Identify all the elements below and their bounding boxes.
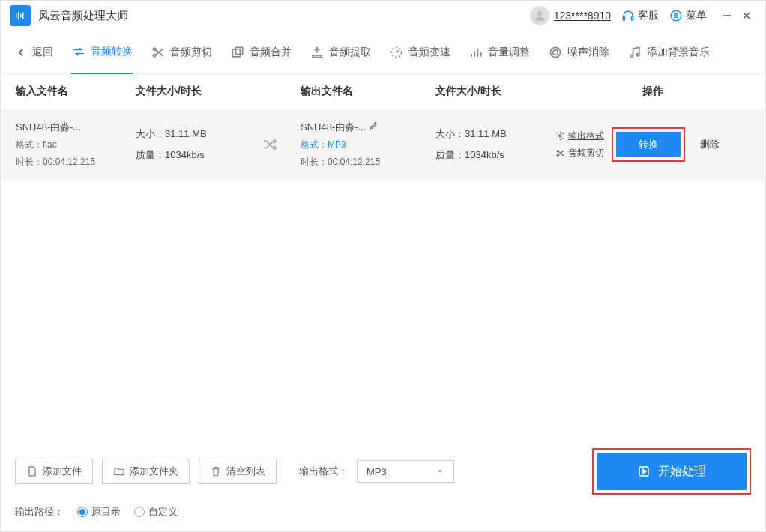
titlebar: 风云音频处理大师 123****8910 客服 菜单 xyxy=(1,1,765,31)
tab-noise[interactable]: 噪声消除 xyxy=(548,31,609,74)
tab-convert[interactable]: 音频转换 xyxy=(71,31,133,74)
start-highlight: 开始处理 xyxy=(592,448,751,495)
table-header: 输入文件名 文件大小/时长 输出文件名 文件大小/时长 操作 xyxy=(1,74,765,109)
output-format-label: 输出格式： xyxy=(299,465,348,478)
folder-add-icon xyxy=(113,465,125,477)
svg-point-15 xyxy=(153,54,155,56)
radio-dot-icon xyxy=(77,507,88,517)
file-add-icon xyxy=(26,465,38,477)
minimize-button[interactable] xyxy=(717,6,737,25)
output-format-select[interactable]: MP3 xyxy=(357,460,454,483)
menu-button[interactable]: 菜单 xyxy=(669,9,707,22)
menu-label: 菜单 xyxy=(686,9,707,22)
output-cell: SNH48-由淼-... 格式：MP3 时长：00:04:12.215 xyxy=(301,121,435,169)
header-op: 操作 xyxy=(555,85,750,98)
svg-point-27 xyxy=(559,135,561,137)
edit-icon[interactable] xyxy=(369,121,379,130)
svg-point-25 xyxy=(630,55,633,57)
header-size2: 文件大小/时长 xyxy=(435,85,555,98)
output-path-label: 输出路径： xyxy=(15,505,64,519)
svg-point-28 xyxy=(557,151,558,152)
gear-icon xyxy=(555,131,565,141)
svg-point-4 xyxy=(537,11,542,16)
svg-point-26 xyxy=(637,53,639,55)
header-input: 输入文件名 xyxy=(16,85,136,98)
tab-speed[interactable]: 音频变速 xyxy=(389,31,450,74)
header-size: 文件大小/时长 xyxy=(136,85,301,98)
svg-rect-6 xyxy=(632,17,633,21)
trash-icon xyxy=(210,465,222,477)
svg-rect-2 xyxy=(20,14,22,18)
svg-point-29 xyxy=(557,154,558,156)
app-title: 风云音频处理大师 xyxy=(38,9,128,23)
tab-extract[interactable]: 音频提取 xyxy=(310,31,371,74)
convert-highlight: 转换 xyxy=(612,127,685,162)
tab-merge[interactable]: 音频合并 xyxy=(230,31,292,74)
support-button[interactable]: 客服 xyxy=(621,9,659,22)
svg-point-23 xyxy=(553,49,558,55)
add-file-button[interactable]: 添加文件 xyxy=(15,459,93,484)
svg-rect-16 xyxy=(232,49,240,56)
radio-original-dir[interactable]: 原目录 xyxy=(77,505,121,519)
size-cell: 大小：31.11 MB 质量：1034kb/s xyxy=(136,127,301,162)
radio-custom-dir[interactable]: 自定义 xyxy=(134,505,178,519)
app-logo xyxy=(10,5,31,26)
music-icon xyxy=(627,45,642,60)
table-row: SNH48-由淼-... 格式：flac 时长：00:04:12.215 大小：… xyxy=(1,109,765,181)
input-cell: SNH48-由淼-... 格式：flac 时长：00:04:12.215 xyxy=(16,121,136,169)
svg-rect-3 xyxy=(22,13,24,19)
svg-rect-1 xyxy=(18,12,19,20)
arrow-left-icon xyxy=(14,46,28,59)
merge-icon xyxy=(230,45,245,60)
output-format-link[interactable]: 输出格式 xyxy=(555,130,604,142)
input-filename: SNH48-由淼-... xyxy=(16,121,136,134)
audio-cut-link[interactable]: 音频剪切 xyxy=(555,147,604,160)
svg-rect-5 xyxy=(623,17,624,21)
start-process-button[interactable]: 开始处理 xyxy=(597,453,747,490)
size2-cell: 大小：31.11 MB 质量：1034kb/s xyxy=(435,127,555,162)
headset-icon xyxy=(621,9,635,22)
op-cell: 输出格式 音频剪切 转换 删除 xyxy=(555,127,720,162)
extract-icon xyxy=(310,45,325,60)
chevron-down-icon xyxy=(435,467,444,476)
svg-rect-0 xyxy=(16,13,17,18)
svg-point-14 xyxy=(153,48,155,50)
delete-link[interactable]: 删除 xyxy=(700,138,720,151)
scissors-icon xyxy=(555,148,565,158)
add-folder-button[interactable]: 添加文件夹 xyxy=(102,459,190,484)
avatar-icon[interactable] xyxy=(530,6,549,25)
bottom-bar: 添加文件 添加文件夹 清空列表 输出格式： MP3 开始处理 输出路径： 原目录 xyxy=(0,438,766,532)
speed-icon xyxy=(389,45,404,60)
toolbar: 返回 音频转换 音频剪切 音频合并 音频提取 音频变速 音量调整 噪声消除 添加… xyxy=(1,31,765,74)
back-button[interactable]: 返回 xyxy=(14,31,53,74)
tab-cut[interactable]: 音频剪切 xyxy=(151,31,212,74)
output-filename: SNH48-由淼-... xyxy=(301,121,366,133)
support-label: 客服 xyxy=(638,9,659,22)
convert-button[interactable]: 转换 xyxy=(616,132,681,157)
user-id-link[interactable]: 123****8910 xyxy=(554,10,611,22)
svg-point-24 xyxy=(550,47,560,57)
scissors-icon xyxy=(151,45,166,60)
convert-icon xyxy=(71,44,86,59)
clear-list-button[interactable]: 清空列表 xyxy=(199,459,277,484)
menu-icon xyxy=(669,9,683,22)
radio-dot-icon xyxy=(134,507,145,517)
volume-icon xyxy=(468,45,483,60)
svg-rect-17 xyxy=(236,47,243,54)
tab-bgm[interactable]: 添加背景音乐 xyxy=(627,31,710,74)
noise-icon xyxy=(548,45,563,60)
play-icon xyxy=(637,465,651,478)
shuffle-icon xyxy=(262,136,278,153)
tab-volume[interactable]: 音量调整 xyxy=(468,31,530,74)
close-button[interactable] xyxy=(737,6,756,25)
header-output: 输出文件名 xyxy=(301,85,435,98)
